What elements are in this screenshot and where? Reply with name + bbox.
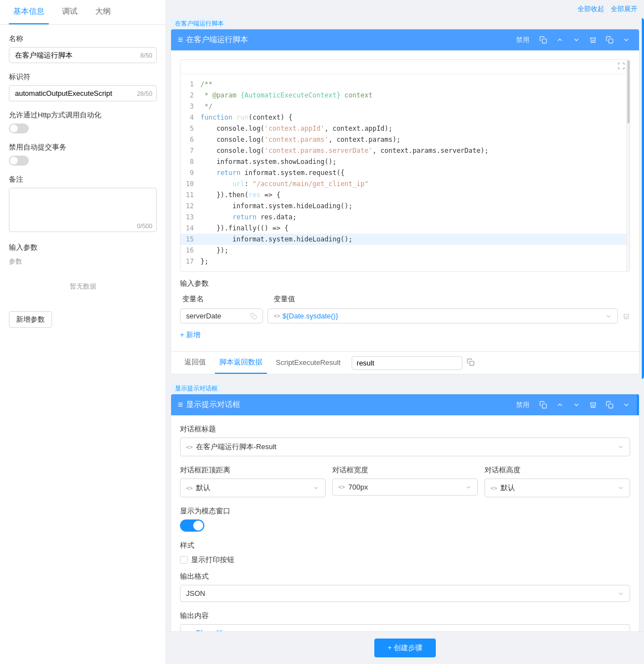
auto-submit-toggle[interactable]: [9, 156, 29, 166]
block1-tag: 在客户端运行脚本: [171, 18, 228, 29]
block1-expand-btn[interactable]: [620, 34, 632, 46]
code-lines: 1/** 2 * @param {AutomaticExecuteContext…: [181, 74, 630, 271]
height-value: <> 默认: [491, 483, 515, 493]
code-line-8: 8 informat.system.showLoading();: [181, 156, 630, 167]
code-scrollbar-thumb: [627, 60, 630, 124]
return-tab-return-value[interactable]: 返回值: [180, 352, 210, 374]
input-params-label: 输入参数: [180, 279, 630, 289]
tab-basic-info[interactable]: 基本信息: [9, 0, 49, 24]
block1-down-btn[interactable]: [570, 34, 583, 46]
id-input[interactable]: [9, 85, 157, 101]
remark-textarea[interactable]: [9, 188, 157, 232]
id-input-wrap: 28/50: [9, 85, 157, 101]
code-line-4: 4function run(context) {: [181, 112, 630, 123]
dialog-size-row: 对话框距顶距离 <> 默认 对话框宽度: [180, 465, 630, 497]
param-delete-icon[interactable]: [622, 312, 630, 320]
svg-rect-3: [470, 361, 474, 366]
block1-up-btn[interactable]: [554, 34, 566, 46]
block1-disable-btn[interactable]: 禁用: [513, 34, 533, 46]
code-line-3: 3 */: [181, 101, 630, 112]
return-tab-script-data[interactable]: 脚本返回数据: [215, 352, 267, 374]
output-content-label: 输出内容: [180, 611, 630, 621]
block1-content: 1/** 2 * @param {AutomaticExecuteContext…: [171, 50, 639, 351]
code-line-12: 12 informat.system.hideLoading();: [181, 200, 630, 212]
output-format-value: JSON: [186, 589, 205, 598]
print-btn-checkbox[interactable]: [180, 556, 188, 564]
code-line-5: 5 console.log('context.appId', context.a…: [181, 123, 630, 134]
dialog-title-label: 对话框标题: [180, 424, 630, 434]
block2-expand-btn[interactable]: [620, 399, 632, 411]
left-tabs: 基本信息 调试 大纲: [0, 0, 166, 25]
param-copy-icon[interactable]: [250, 313, 257, 320]
block2-indicator: [637, 394, 639, 415]
left-panel: 基本信息 调试 大纲 名称 8/50 标识符 28/50: [0, 0, 166, 664]
block2-disable-btn[interactable]: 禁用: [513, 399, 533, 411]
block1-more-btn[interactable]: [604, 34, 616, 46]
param-value-text: ${Date.sysdate()}: [282, 312, 338, 320]
code-line-1: 1/**: [181, 79, 630, 90]
block1-delete-btn[interactable]: [587, 34, 599, 46]
code-line-14: 14 }).finally(() => {: [181, 223, 630, 234]
height-label: 对话框高度: [485, 465, 630, 475]
code-line-9: 9 return informat.system.request({: [181, 167, 630, 178]
block2-more-btn[interactable]: [604, 399, 616, 411]
params-col-headers: 变量名 变量值: [180, 294, 630, 304]
id-counter: 28/50: [137, 90, 152, 97]
svg-rect-2: [253, 315, 257, 319]
distance-value: <> 默认: [186, 483, 210, 493]
style-section: 样式 显示打印按钮: [180, 541, 630, 565]
name-label: 名称: [9, 34, 157, 44]
param-value-cell[interactable]: <> ${Date.sysdate()}: [267, 308, 618, 323]
block1-actions: 禁用: [513, 34, 632, 46]
block2-content: 对话框标题 <> 在客户端运行脚本-Result 对: [171, 415, 639, 659]
dialog-title-select[interactable]: <> 在客户端运行脚本-Result: [180, 437, 630, 456]
input-params-section: 输入参数 参数 暂无数据: [9, 243, 157, 302]
distance-select[interactable]: <> 默认: [180, 478, 326, 497]
height-select[interactable]: <> 默认: [485, 478, 630, 497]
create-step-button[interactable]: + 创建步骤: [374, 639, 436, 657]
param-dropdown-icon[interactable]: [605, 313, 612, 320]
remark-textarea-wrap: 0/500: [9, 188, 157, 234]
width-arrow: [465, 484, 472, 491]
right-panel: 全部收起 全部展开 在客户端运行脚本 ≡ 在客户端运行脚本 禁用: [166, 0, 644, 664]
param-value-content: <> ${Date.sysdate()}: [274, 312, 605, 320]
width-col: 对话框宽度 <> 700px: [332, 465, 478, 497]
width-select[interactable]: <> 700px: [332, 478, 478, 496]
code-line-15: 15 informat.system.hideLoading();: [181, 234, 630, 245]
dialog-title-field: 对话框标题 <> 在客户端运行脚本-Result: [180, 424, 630, 456]
tab-debug[interactable]: 调试: [58, 0, 82, 24]
expand-all-button[interactable]: 全部展开: [611, 4, 637, 14]
block1-copy-btn[interactable]: [537, 34, 549, 46]
block2-title: ≡ 显示提示对话框: [178, 400, 513, 410]
svg-rect-4: [542, 404, 547, 408]
result-copy-icon[interactable]: [467, 358, 475, 368]
modal-toggle[interactable]: [180, 519, 204, 532]
collapse-all-button[interactable]: 全部收起: [578, 4, 604, 14]
code-editor: 1/** 2 * @param {AutomaticExecuteContext…: [180, 59, 630, 272]
output-format-select[interactable]: JSON: [180, 585, 630, 602]
code-scrollbar[interactable]: [626, 60, 630, 271]
block2-up-btn[interactable]: [554, 399, 566, 411]
add-new-param-btn[interactable]: + 新增: [180, 328, 200, 342]
code-line-13: 13 return res.data;: [181, 212, 630, 223]
code-expand-btn[interactable]: [617, 62, 625, 71]
return-tab-script-execute-result[interactable]: ScriptExecuteResult: [271, 353, 345, 373]
block2-copy-btn[interactable]: [537, 399, 549, 411]
code-line-17: 17};: [181, 256, 630, 267]
distance-label: 对话框距顶距离: [180, 465, 326, 475]
auto-submit-toggle-wrap: [9, 156, 157, 166]
http-toggle[interactable]: [9, 123, 29, 133]
output-format-arrow: [617, 590, 624, 597]
result-input[interactable]: [352, 356, 462, 370]
width-value: <> 700px: [338, 483, 368, 491]
auto-submit-label: 禁用自动提交事务: [9, 142, 157, 152]
tab-outline[interactable]: 大纲: [91, 0, 115, 24]
name-input[interactable]: [9, 47, 157, 63]
block1-header: ≡ 在客户端运行脚本 禁用: [171, 29, 639, 50]
block2-delete-btn[interactable]: [587, 399, 599, 411]
param-row-1: serverDate <> ${Date.sysdate()}: [180, 308, 630, 323]
code-line-2: 2 * @param {AutomaticExecuteContext} con…: [181, 90, 630, 101]
name-field-group: 名称 8/50: [9, 34, 157, 63]
add-param-button[interactable]: 新增参数: [9, 311, 52, 328]
block2-down-btn[interactable]: [570, 399, 583, 411]
